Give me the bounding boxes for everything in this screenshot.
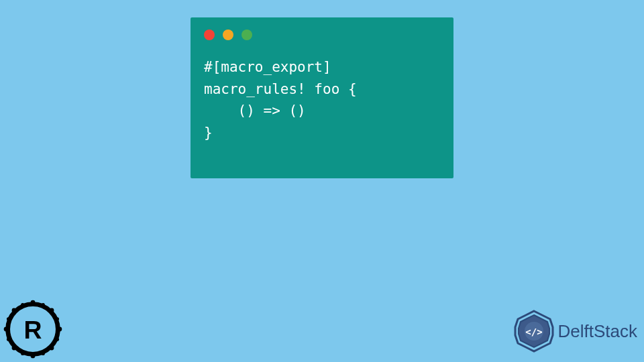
svg-point-7 (12, 346, 17, 351)
svg-point-5 (12, 308, 17, 313)
code-line-4: } (204, 125, 213, 141)
code-window: #[macro_export] macro_rules! foo { () =>… (191, 17, 453, 178)
window-minimize-dot (223, 29, 233, 40)
code-line-1: #[macro_export] (204, 59, 331, 75)
svg-point-15 (56, 317, 59, 320)
svg-point-9 (21, 303, 24, 306)
svg-point-16 (56, 338, 59, 341)
svg-point-6 (50, 308, 54, 313)
delftstack-logo: </> DelftStack (513, 310, 638, 353)
svg-point-11 (21, 352, 24, 355)
svg-point-3 (4, 327, 9, 332)
code-line-3: () => () (204, 103, 306, 119)
rust-logo-icon: R (3, 299, 63, 359)
svg-point-10 (42, 303, 45, 306)
svg-point-1 (31, 300, 36, 305)
code-content: #[macro_export] macro_rules! foo { () =>… (191, 46, 453, 154)
svg-point-12 (42, 352, 45, 355)
window-controls (191, 17, 453, 46)
svg-point-14 (7, 338, 10, 341)
window-maximize-dot (241, 29, 252, 40)
delftstack-text: DelftStack (558, 321, 638, 342)
svg-point-13 (7, 317, 10, 320)
svg-text:R: R (24, 316, 42, 344)
window-close-dot (204, 29, 215, 40)
code-line-2: macro_rules! foo { (204, 81, 357, 97)
svg-point-8 (50, 346, 54, 351)
svg-point-4 (58, 327, 62, 332)
svg-point-2 (31, 354, 36, 359)
delftstack-badge-icon: </> (513, 310, 555, 353)
svg-text:</>: </> (525, 326, 542, 337)
